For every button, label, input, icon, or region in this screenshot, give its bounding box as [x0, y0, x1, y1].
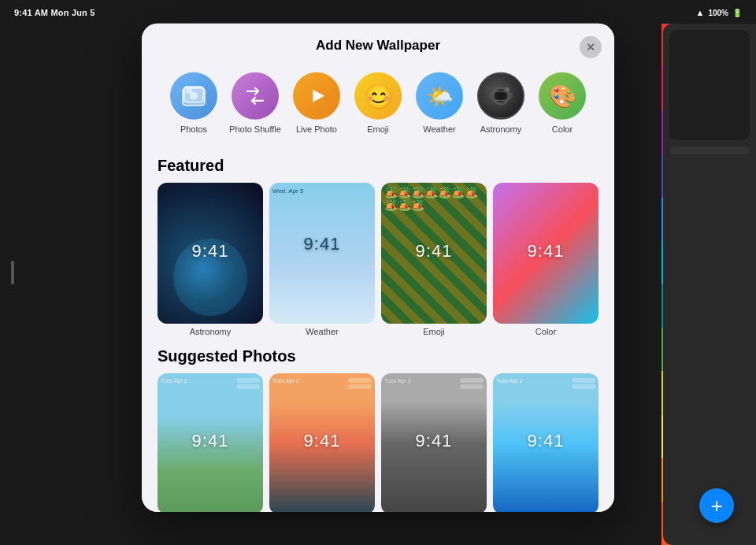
s3-topbar: Tues Apr 2 [384, 378, 484, 389]
category-astronomy-label: Astronomy [480, 124, 522, 135]
featured-item-emoji[interactable]: 🏕️🏕️🏕️🏕️🏕️🏕️🏕️🏕️🏕️🏕️ 9:41 Emoji [381, 183, 487, 336]
s2-widgets [348, 378, 372, 389]
svg-marker-4 [313, 90, 324, 102]
weather-icon-bg: 🌤️ [416, 72, 463, 120]
battery-icon: 🔋 [732, 9, 742, 17]
battery-percentage: 100% [708, 9, 728, 17]
suggested-item-2[interactable]: Tues Apr 2 9:41 [269, 373, 375, 512]
suggested-thumb-4[interactable]: Tues Apr 2 9:41 [493, 373, 598, 512]
s1-date: Tues Apr 2 [161, 378, 187, 384]
category-weather[interactable]: 🌤️ Weather [413, 72, 466, 135]
status-right-icons: ▲ 100% 🔋 [696, 8, 742, 17]
s1-widgets [236, 378, 260, 389]
weather-date: Wed, Apr 5 [272, 187, 303, 195]
category-livephoto-label: Live Photo [296, 124, 337, 135]
emoji-icon-bg: 😊 [354, 72, 402, 120]
color-icon-bg: 🎨 [539, 72, 586, 120]
featured-caption-astronomy: Astronomy [158, 327, 263, 336]
featured-thumb-astronomy[interactable]: 9:41 [158, 183, 263, 324]
category-photos[interactable]: Photos [167, 72, 220, 135]
wallpaper-panel [663, 24, 756, 545]
s2-date: Tues Apr 2 [272, 378, 299, 384]
category-row: Photos Photo Shuffle Live Photo 😊 Emoji [142, 61, 614, 141]
suggested-grid: Tues Apr 2 9:41 Tues Apr 2 [158, 373, 598, 512]
status-bar: 9:41 AM Mon Jun 5 ▲ 100% 🔋 [0, 8, 756, 17]
featured-section-title: Featured [158, 157, 598, 175]
color-time: 9:41 [528, 241, 565, 261]
wifi-icon: ▲ [696, 8, 705, 17]
category-color[interactable]: 🎨 Color [536, 72, 589, 135]
weather-time: 9:41 [304, 234, 341, 254]
suggested-thumb-3[interactable]: Tues Apr 2 9:41 [381, 373, 487, 512]
featured-thumb-color[interactable]: 9:41 [493, 183, 598, 324]
suggested-item-3[interactable]: Tues Apr 2 9:41 [381, 373, 487, 512]
featured-caption-color: Color [493, 327, 598, 336]
featured-thumb-emoji[interactable]: 🏕️🏕️🏕️🏕️🏕️🏕️🏕️🏕️🏕️🏕️ 9:41 [381, 183, 487, 324]
s1-topbar: Tues Apr 2 [161, 378, 260, 389]
plus-icon: + [710, 494, 722, 518]
suggested-thumb-2[interactable]: Tues Apr 2 9:41 [269, 373, 375, 512]
modal-title: Add New Wallpaper [316, 38, 440, 54]
svg-rect-3 [186, 89, 192, 94]
s4-topbar: Tues Apr 2 [496, 378, 595, 389]
category-color-label: Color [552, 124, 573, 135]
add-wallpaper-modal: Add New Wallpaper ✕ Photos [142, 24, 614, 512]
suggested-section-title: Suggested Photos [158, 347, 598, 365]
emoji-time: 9:41 [416, 241, 453, 261]
category-weather-label: Weather [423, 124, 455, 135]
modal-close-button[interactable]: ✕ [580, 36, 602, 58]
suggested-thumb-1[interactable]: Tues Apr 2 9:41 [158, 373, 263, 512]
photos-icon [170, 72, 217, 120]
s3-time: 9:41 [416, 431, 453, 451]
category-astronomy[interactable]: Astronomy [474, 72, 528, 135]
modal-header: Add New Wallpaper ✕ [142, 24, 614, 61]
s4-date: Tues Apr 2 [496, 378, 523, 384]
s2-topbar: Tues Apr 2 [272, 378, 372, 389]
category-emoji[interactable]: 😊 Emoji [351, 72, 405, 135]
livephoto-icon-bg [293, 72, 340, 120]
suggested-item-4[interactable]: Tues Apr 2 9:41 [493, 373, 598, 512]
s1-time: 9:41 [192, 431, 229, 451]
svg-point-7 [497, 92, 505, 100]
s4-widgets [572, 378, 595, 389]
featured-item-astronomy[interactable]: 9:41 Astronomy [158, 183, 263, 336]
suggested-item-1[interactable]: Tues Apr 2 9:41 [158, 373, 263, 512]
modal-scrollable-content[interactable]: Featured 9:41 Astronomy 9:41 Wed, Apr 5 … [142, 141, 614, 512]
category-shuffle[interactable]: Photo Shuffle [228, 72, 282, 135]
featured-caption-weather: Weather [269, 327, 375, 336]
status-time: 9:41 AM Mon Jun 5 [14, 8, 95, 17]
featured-grid: 9:41 Astronomy 9:41 Wed, Apr 5 Weather 🏕… [158, 183, 598, 336]
weather-top-bar: Wed, Apr 5 [272, 187, 372, 195]
s3-date: Tues Apr 2 [384, 378, 411, 384]
close-icon: ✕ [586, 41, 595, 54]
left-edge-handle [11, 261, 14, 284]
shuffle-icon-bg [232, 72, 279, 120]
astronomy-icon-bg [477, 72, 524, 120]
category-emoji-label: Emoji [367, 124, 389, 135]
featured-thumb-weather[interactable]: 9:41 Wed, Apr 5 [269, 183, 375, 324]
s3-widgets [460, 378, 484, 389]
s4-time: 9:41 [528, 431, 565, 451]
category-livephoto[interactable]: Live Photo [290, 72, 343, 135]
add-wallpaper-fab[interactable]: + [699, 488, 734, 523]
featured-item-color[interactable]: 9:41 Color [493, 183, 598, 336]
category-shuffle-label: Photo Shuffle [229, 124, 281, 135]
category-photos-label: Photos [180, 124, 207, 135]
featured-caption-emoji: Emoji [381, 327, 487, 336]
astronomy-time: 9:41 [192, 241, 229, 261]
s2-time: 9:41 [304, 431, 341, 451]
featured-item-weather[interactable]: 9:41 Wed, Apr 5 Weather [269, 183, 375, 336]
